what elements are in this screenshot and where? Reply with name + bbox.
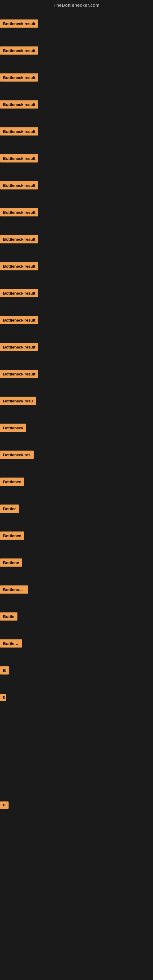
bottleneck-badge[interactable]: Bottleneck result	[0, 316, 38, 324]
list-item: Bottleneck result	[0, 280, 153, 307]
site-header: TheBottlenecker.com	[0, 0, 153, 10]
list-item: Bottleneck result	[0, 334, 153, 360]
list-item: Bottleneck result	[0, 145, 153, 172]
site-title: TheBottlenecker.com	[54, 2, 99, 8]
list-item	[0, 846, 153, 872]
bottleneck-badge[interactable]: Bottleneck result	[0, 20, 38, 28]
bottleneck-badge[interactable]: B	[0, 694, 6, 701]
list-item	[0, 926, 153, 953]
list-item: Bottleneck result	[0, 91, 153, 118]
bottleneck-badge[interactable]: Bottleneck result	[0, 262, 38, 270]
bottleneck-badge[interactable]: Bottleneck result	[0, 46, 38, 55]
list-item: Bottleneck result	[0, 360, 153, 387]
list-item: Bottleneck result	[0, 10, 153, 37]
bottleneck-badge[interactable]: Bottleneck result	[0, 100, 38, 109]
list-item: Bottleneck result	[0, 172, 153, 199]
list-item: Bottleneck	[0, 414, 153, 441]
bottleneck-badge[interactable]: Bottleneck result	[0, 343, 38, 351]
list-item: Bottleneck r	[0, 576, 153, 603]
bottleneck-badge[interactable]: Bottleneck result	[0, 235, 38, 243]
bottleneck-badge[interactable]: Bottler	[0, 505, 19, 513]
bottleneck-badge[interactable]: Bottleneck res	[0, 451, 33, 459]
list-item	[0, 899, 153, 926]
bottleneck-badge[interactable]: Bottlenec	[0, 531, 24, 540]
list-item: Bottleneck res	[0, 441, 153, 468]
list-item: Bottleneck resu	[0, 387, 153, 414]
list-item: Bottleneck result	[0, 307, 153, 334]
list-item	[0, 819, 153, 846]
bottleneck-badge[interactable]: Bottlenec	[0, 640, 22, 648]
bottleneck-badge[interactable]: Bottleneck resu	[0, 397, 36, 405]
bottleneck-badge[interactable]: Bottleneck	[0, 424, 26, 432]
list-item: Bottlenec	[0, 468, 153, 495]
bottleneck-badge[interactable]: Bo	[0, 802, 9, 809]
bottleneck-badge[interactable]: Bottleneck result	[0, 370, 38, 378]
bottleneck-badge[interactable]: Bottleneck result	[0, 127, 38, 136]
list-item: Bottlenec	[0, 522, 153, 549]
bottleneck-badge[interactable]: Bottleneck result	[0, 208, 38, 216]
list-item: Bo	[0, 792, 153, 819]
list-item: B	[0, 684, 153, 711]
list-item	[0, 711, 153, 738]
bottleneck-badge[interactable]: Bottle	[0, 612, 18, 621]
list-item	[0, 765, 153, 792]
bottleneck-list: Bottleneck resultBottleneck resultBottle…	[0, 10, 153, 980]
bottleneck-badge[interactable]: Bottleneck result	[0, 73, 38, 82]
bottleneck-badge[interactable]: Bottleneck result	[0, 289, 38, 298]
list-item: Bottle	[0, 603, 153, 630]
bottleneck-badge[interactable]: Bottlene	[0, 558, 22, 567]
bottleneck-badge[interactable]: Bottlenec	[0, 478, 24, 486]
list-item: Bottlene	[0, 549, 153, 576]
bottleneck-badge[interactable]: B	[0, 667, 9, 675]
bottleneck-badge[interactable]: Bottleneck r	[0, 585, 28, 594]
list-item: Bottleneck result	[0, 226, 153, 253]
list-item	[0, 738, 153, 765]
bottleneck-badge[interactable]: Bottleneck result	[0, 154, 38, 162]
list-item: Bottler	[0, 495, 153, 522]
list-item	[0, 872, 153, 899]
bottleneck-badge[interactable]: Bottleneck result	[0, 181, 38, 189]
list-item	[0, 953, 153, 980]
list-item: Bottleneck result	[0, 64, 153, 91]
list-item: B	[0, 657, 153, 684]
list-item: Bottleneck result	[0, 37, 153, 64]
list-item: Bottleneck result	[0, 199, 153, 226]
list-item: Bottleneck result	[0, 118, 153, 145]
list-item: Bottleneck result	[0, 253, 153, 280]
list-item: Bottlenec	[0, 630, 153, 657]
